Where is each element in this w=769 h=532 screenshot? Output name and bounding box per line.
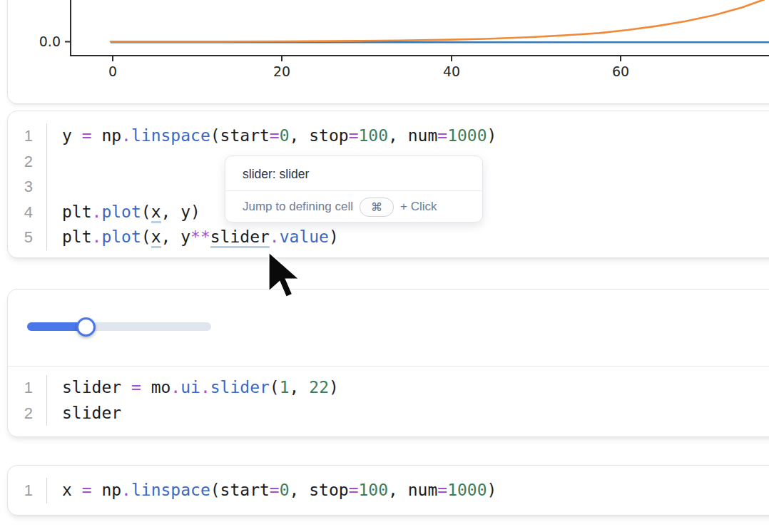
line-number: 5 [8,225,33,250]
line-number: 4 [8,200,33,225]
tooltip-action-label: Jump to defining cell [243,200,353,214]
line-number-gutter: 1 [8,478,47,503]
code-line-1[interactable]: slider = mo.ui.slider(1, 22) [62,375,339,401]
code-editor[interactable]: 1 x = np.linspace(start=0, stop=100, num… [8,466,769,516]
mouse-cursor-icon [267,250,302,305]
orange-curve-series [111,0,769,41]
x-tick-label: 0 [108,63,117,79]
code-line-1[interactable]: x = np.linspace(start=0, stop=100, num=1… [62,478,496,503]
x-tick-label: 60 [612,63,629,79]
code-line-5[interactable]: plt.plot(x, y**slider.value) [62,225,496,250]
x-tick-label: 20 [273,63,290,79]
line-number-gutter: 1 2 3 4 5 [8,123,47,250]
tooltip-suffix-label: + Click [400,200,437,214]
code-line-1[interactable]: y = np.linspace(start=0, stop=100, num=1… [62,123,496,149]
line-number: 3 [8,174,33,200]
cell-code-x[interactable]: 1 x = np.linspace(start=0, stop=100, num… [7,465,769,516]
code-line-2[interactable]: slider [62,401,339,426]
cell-plot-output: 0.0 0 20 40 60 [7,0,769,104]
y-tick-label: 0.0 [39,34,61,49]
slider-output-area [8,290,769,366]
line-number: 1 [8,123,33,149]
slider-thumb[interactable] [76,317,96,337]
variable-tooltip: slider: slider Jump to defining cell ⌘ +… [225,155,483,222]
x-tick-label: 40 [443,63,460,79]
slider[interactable] [27,322,211,331]
line-number-gutter: 1 2 [8,375,47,426]
line-number: 2 [8,149,33,175]
tooltip-title: slider: slider [225,156,482,191]
plot-figure: 0.0 0 20 40 60 [8,0,769,104]
code-editor[interactable]: 1 2 slider = mo.ui.slider(1, 22) slider [8,366,769,434]
line-number: 1 [8,478,33,503]
cell-slider[interactable]: 1 2 slider = mo.ui.slider(1, 22) slider [7,289,769,437]
line-number: 1 [8,375,33,401]
command-key-icon: ⌘ [360,198,394,217]
line-number: 2 [8,401,33,426]
